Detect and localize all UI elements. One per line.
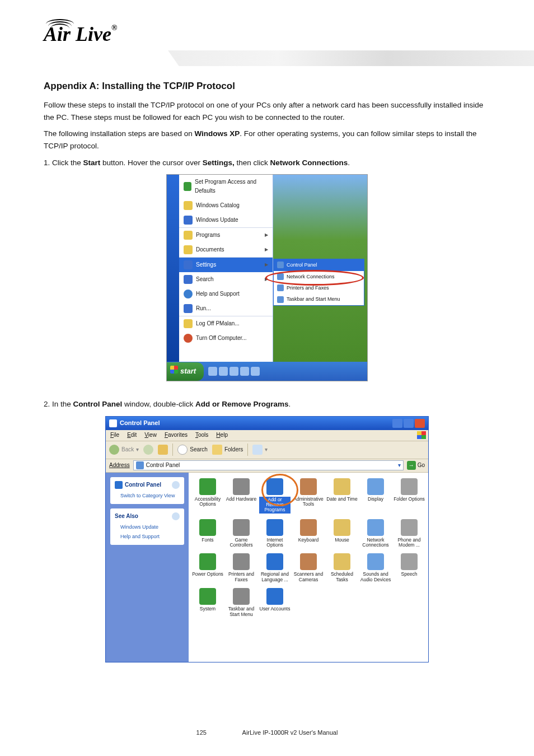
- menu-item-label: Windows Update: [196, 216, 238, 225]
- control-panel-item[interactable]: Date and Time: [326, 478, 358, 514]
- go-button[interactable]: Go: [407, 461, 425, 470]
- menu-edit[interactable]: Edit: [127, 431, 137, 440]
- start-menu-item[interactable]: Run...: [179, 301, 273, 316]
- control-panel-item[interactable]: User Accounts: [259, 588, 291, 617]
- taskbar: start: [167, 362, 367, 381]
- submenu-item[interactable]: Control Panel: [274, 259, 364, 270]
- collapse-icon[interactable]: [172, 481, 180, 489]
- start-menu-item[interactable]: Turn Off Computer...: [179, 331, 273, 346]
- start-menu-item[interactable]: Programs▶: [179, 227, 273, 242]
- control-panel-item[interactable]: Game Controllers: [226, 519, 257, 548]
- search-button[interactable]: Search: [177, 445, 208, 455]
- folders-button[interactable]: Folders: [212, 445, 243, 455]
- control-panel-item[interactable]: Scheduled Tasks: [326, 553, 358, 582]
- menu-tools[interactable]: Tools: [195, 431, 208, 440]
- start-menu-item[interactable]: Documents▶: [179, 242, 273, 257]
- start-menu-item[interactable]: Windows Catalog: [179, 198, 273, 213]
- control-panel-item[interactable]: Accessibility Options: [192, 478, 223, 514]
- see-also-title: See Also: [115, 512, 138, 521]
- address-field[interactable]: Control Panel ▾: [133, 460, 404, 470]
- control-panel-item[interactable]: Display: [360, 478, 391, 514]
- help-support-link[interactable]: Help and Support: [120, 533, 180, 540]
- control-panel-item-icon: [199, 553, 216, 570]
- submenu-item[interactable]: Taskbar and Start Menu: [274, 293, 364, 305]
- intro-paragraph: Follow these steps to install the TCP/IP…: [44, 99, 490, 123]
- forward-button[interactable]: [143, 445, 153, 455]
- views-button[interactable]: ▾: [252, 445, 268, 455]
- start-menu-item[interactable]: Settings▶: [179, 257, 273, 272]
- control-panel-item[interactable]: Speech: [394, 553, 425, 582]
- s1b: Start: [83, 158, 101, 167]
- start-menu-item[interactable]: Set Program Access and Defaults: [179, 175, 273, 198]
- control-panel-icon: [115, 481, 123, 489]
- header-stripe: [168, 50, 534, 66]
- control-panel-item-label: Sounds and Audio Devices: [360, 572, 391, 582]
- control-panel-item-icon: [266, 478, 283, 495]
- control-panel-item[interactable]: Network Connections: [360, 519, 391, 548]
- up-button[interactable]: [158, 445, 168, 455]
- control-panel-item-label: Administrative Tools: [293, 497, 324, 507]
- control-panel-item[interactable]: Keyboard: [293, 519, 324, 548]
- toolbar: Back ▾ Search Folders ▾: [106, 441, 428, 459]
- tray-icon[interactable]: [208, 367, 217, 376]
- back-button[interactable]: Back ▾: [109, 445, 139, 455]
- control-panel-item-icon: [233, 553, 250, 570]
- icon-row: FontsGame ControllersInternet OptionsKey…: [192, 519, 425, 548]
- tray-icon[interactable]: [219, 367, 228, 376]
- control-panel-item[interactable]: Scanners and Cameras: [293, 553, 324, 582]
- control-panel-item[interactable]: Regional and Language ...: [259, 553, 291, 582]
- start-button[interactable]: start: [167, 362, 204, 381]
- minimize-button[interactable]: [392, 419, 402, 428]
- start-menu-item[interactable]: Help and Support: [179, 287, 273, 301]
- brand-logo: Air Live®: [44, 22, 117, 46]
- window-body: Control Panel Switch to Category View Se…: [106, 473, 428, 662]
- product-name: AirLive IP-1000R v2 User's Manual: [242, 729, 338, 736]
- start-menu-item[interactable]: Windows Update: [179, 213, 273, 227]
- menu-item-icon: [184, 290, 193, 298]
- control-panel-item[interactable]: Fonts: [192, 519, 223, 548]
- close-button[interactable]: [415, 419, 425, 428]
- menu-help[interactable]: Help: [216, 431, 228, 440]
- tray-icon[interactable]: [240, 367, 249, 376]
- control-panel-item[interactable]: System: [192, 588, 223, 617]
- control-panel-item[interactable]: Mouse: [326, 519, 358, 548]
- switch-category-link[interactable]: Switch to Category View: [120, 492, 180, 500]
- control-panel-item[interactable]: Add or Remove Programs: [259, 478, 291, 514]
- tray-icon[interactable]: [229, 367, 238, 376]
- control-panel-item-icon: [266, 588, 283, 605]
- menu-item-icon: [184, 245, 193, 254]
- menu-file[interactable]: File: [110, 431, 119, 440]
- s2b: Control Panel: [73, 400, 123, 408]
- control-panel-item[interactable]: Add Hardware: [226, 478, 257, 514]
- control-panel-item[interactable]: Power Options: [192, 553, 223, 582]
- control-panel-item[interactable]: Internet Options: [259, 519, 291, 548]
- menu-view[interactable]: View: [144, 431, 157, 440]
- submenu-item[interactable]: Printers and Faxes: [274, 282, 364, 293]
- start-menu-item[interactable]: Search▶: [179, 272, 273, 287]
- control-panel-item-label: Network Connections: [360, 538, 391, 548]
- start-menu-sidebar: Windows XP Professional: [167, 175, 179, 362]
- control-panel-item-icon: [233, 478, 250, 495]
- control-panel-item[interactable]: Sounds and Audio Devices: [360, 553, 391, 582]
- control-panel-item[interactable]: Phone and Modem ...: [394, 519, 425, 548]
- control-panel-item-label: System: [192, 606, 223, 612]
- submenu-item-icon: [277, 296, 284, 303]
- control-panel-item[interactable]: Administrative Tools: [293, 478, 324, 514]
- control-panel-item[interactable]: Folder Options: [394, 478, 425, 514]
- menu-item-icon: [184, 216, 193, 225]
- control-panel-item[interactable]: Printers and Faxes: [226, 553, 257, 582]
- up-icon: [158, 445, 168, 455]
- menu-favorites[interactable]: Favorites: [165, 431, 188, 440]
- start-menu-item[interactable]: Log Off PMalan...: [179, 316, 273, 331]
- address-dropdown[interactable]: ▾: [398, 461, 401, 470]
- s1g: .: [348, 158, 350, 167]
- tray-icon[interactable]: [251, 367, 260, 376]
- windows-update-link[interactable]: Windows Update: [120, 523, 180, 531]
- control-panel-item[interactable]: Taskbar and Start Menu: [226, 588, 257, 617]
- icon-row: Accessibility OptionsAdd HardwareAdd or …: [192, 478, 425, 514]
- submenu-item[interactable]: Network Connections: [274, 271, 364, 282]
- maximize-button[interactable]: [404, 419, 414, 428]
- control-panel-item-icon: [266, 553, 283, 570]
- control-panel-item-label: Date and Time: [326, 497, 358, 502]
- collapse-icon[interactable]: [172, 512, 180, 520]
